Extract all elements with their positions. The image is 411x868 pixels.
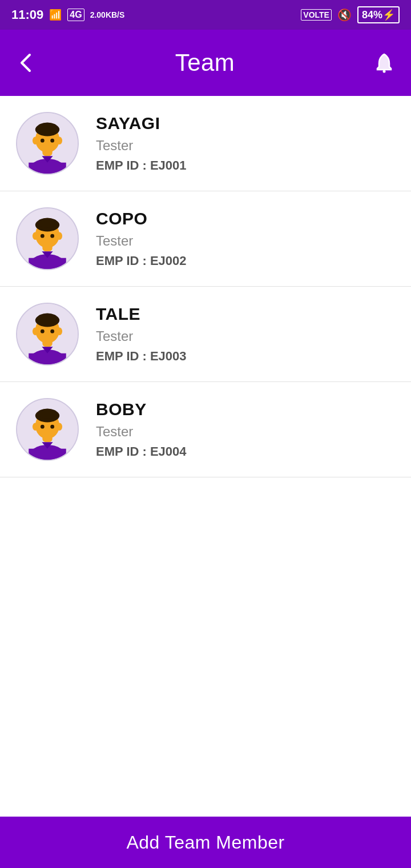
team-list-item[interactable]: COPOTesterEMP ID : EJ002 [0,191,411,287]
member-empid: EMP ID : EJ003 [96,349,187,364]
member-empid: EMP ID : EJ004 [96,444,187,459]
battery-display: 84%⚡ [357,6,400,23]
member-info: COPOTesterEMP ID : EJ002 [96,209,187,268]
svg-point-32 [57,327,62,335]
svg-point-10 [50,139,54,143]
member-name: BOBY [96,400,187,419]
svg-rect-48 [29,449,66,460]
svg-point-42 [38,408,58,418]
svg-point-31 [33,327,38,335]
app-bar: Team [0,30,411,96]
svg-point-34 [50,329,54,333]
member-role: Tester [96,138,187,154]
volte-icon: VOLTE [301,9,332,21]
member-role: Tester [96,328,187,344]
svg-point-44 [57,423,62,430]
avatar [16,398,79,461]
network-icon: 4G [67,9,84,21]
member-empid: EMP ID : EJ001 [96,158,187,173]
member-name: COPO [96,209,187,228]
svg-point-7 [33,136,38,144]
member-info: BOBYTesterEMP ID : EJ004 [96,400,187,459]
svg-point-43 [33,423,38,430]
svg-point-6 [38,122,58,132]
member-name: TALE [96,304,187,324]
svg-point-8 [57,136,62,144]
status-bar-left: 11:09 📶 4G 2.00KB/S [11,7,124,22]
mute-icon: 🔇 [337,8,352,22]
member-info: TALETesterEMP ID : EJ003 [96,304,187,364]
svg-point-21 [41,234,45,238]
svg-point-19 [33,232,38,239]
add-team-member-button[interactable]: Add Team Member [0,817,411,868]
team-list-item[interactable]: TALETesterEMP ID : EJ003 [0,287,411,382]
svg-rect-12 [29,163,66,174]
notification-button[interactable] [373,52,395,74]
member-role: Tester [96,233,187,249]
svg-point-22 [50,234,54,238]
signal-icon: 📶 [49,9,62,21]
svg-point-9 [41,139,45,143]
page-title: Team [175,49,235,77]
svg-point-45 [41,425,45,429]
team-list-item[interactable]: BOBYTesterEMP ID : EJ004 [0,382,411,477]
avatar [16,207,79,270]
member-empid: EMP ID : EJ002 [96,254,187,268]
member-info: SAYAGITesterEMP ID : EJ001 [96,114,187,173]
data-speed-icon: 2.00KB/S [90,10,125,19]
avatar [16,112,79,175]
svg-point-46 [50,425,54,429]
member-role: Tester [96,424,187,440]
team-list-item[interactable]: SAYAGITesterEMP ID : EJ001 [0,96,411,191]
avatar [16,303,79,365]
team-list: SAYAGITesterEMP ID : EJ001 [0,96,411,477]
member-name: SAYAGI [96,114,187,133]
svg-rect-24 [29,258,66,269]
back-button[interactable] [16,53,37,73]
svg-point-20 [57,232,62,239]
svg-point-30 [38,313,58,323]
svg-point-18 [38,218,58,227]
time-display: 11:09 [11,7,43,22]
add-button-label: Add Team Member [126,832,284,853]
svg-point-0 [382,70,385,73]
status-bar-right: VOLTE 🔇 84%⚡ [301,6,400,23]
status-bar: 11:09 📶 4G 2.00KB/S VOLTE 🔇 84%⚡ [0,0,411,30]
svg-point-33 [41,329,45,333]
svg-rect-36 [29,353,66,364]
